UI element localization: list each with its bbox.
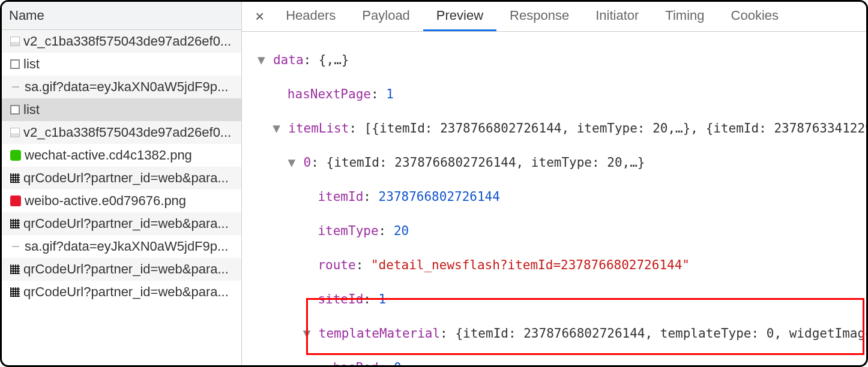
- request-row[interactable]: qrCodeUrl?partner_id=web&para...: [2, 212, 241, 235]
- request-name: sa.gif?data=eyJkaXN0aW5jdF9p...: [25, 239, 228, 254]
- request-row[interactable]: wechat-active.cd4c1382.png: [2, 144, 241, 167]
- dash-icon: [12, 246, 19, 247]
- box-icon: [10, 105, 20, 115]
- network-request-list: Name v2_c1ba338f575043de97ad26ef0...list…: [2, 2, 242, 365]
- detail-tabs: × HeadersPayloadPreviewResponseInitiator…: [242, 2, 866, 32]
- request-row[interactable]: sa.gif?data=eyJkaXN0aW5jdF9p...: [2, 76, 241, 98]
- name-column-header[interactable]: Name: [2, 2, 241, 30]
- request-row[interactable]: list: [2, 98, 241, 121]
- request-name: sa.gif?data=eyJkaXN0aW5jdF9p...: [25, 79, 228, 95]
- request-row[interactable]: qrCodeUrl?partner_id=web&para...: [2, 281, 241, 303]
- tab-initiator[interactable]: Initiator: [582, 2, 652, 31]
- qr-icon: [10, 287, 20, 297]
- request-name: qrCodeUrl?partner_id=web&para...: [23, 216, 229, 231]
- request-row[interactable]: sa.gif?data=eyJkaXN0aW5jdF9p...: [2, 235, 241, 258]
- request-row[interactable]: weibo-active.e0d79676.png: [2, 189, 241, 212]
- tab-payload[interactable]: Payload: [349, 2, 423, 31]
- json-preview[interactable]: ▼ data: {,…} hasNextPage: 1 ▼ itemList: …: [242, 32, 866, 365]
- tab-timing[interactable]: Timing: [652, 2, 717, 31]
- box-icon: [10, 59, 20, 69]
- qr-icon: [10, 219, 20, 228]
- request-row[interactable]: v2_c1ba338f575043de97ad26ef0...: [2, 121, 241, 144]
- request-name: v2_c1ba338f575043de97ad26ef0...: [23, 34, 231, 49]
- request-detail-panel: × HeadersPayloadPreviewResponseInitiator…: [242, 2, 866, 365]
- tab-headers[interactable]: Headers: [273, 2, 349, 31]
- close-icon[interactable]: ×: [247, 2, 273, 31]
- tab-preview[interactable]: Preview: [423, 2, 496, 31]
- qr-icon: [10, 264, 20, 274]
- request-name: list: [23, 56, 40, 72]
- request-row[interactable]: list: [2, 53, 241, 76]
- request-name: qrCodeUrl?partner_id=web&para...: [23, 261, 229, 277]
- img-icon: [10, 128, 20, 137]
- weibo-icon: [10, 195, 21, 206]
- tab-cookies[interactable]: Cookies: [718, 2, 792, 31]
- request-row[interactable]: qrCodeUrl?partner_id=web&para...: [2, 167, 241, 189]
- request-name: qrCodeUrl?partner_id=web&para...: [23, 284, 229, 300]
- tab-response[interactable]: Response: [496, 2, 582, 31]
- request-name: qrCodeUrl?partner_id=web&para...: [23, 170, 229, 186]
- request-row[interactable]: v2_c1ba338f575043de97ad26ef0...: [2, 30, 241, 53]
- request-name: wechat-active.cd4c1382.png: [25, 148, 192, 163]
- dash-icon: [12, 86, 19, 88]
- wechat-icon: [10, 150, 21, 161]
- qr-icon: [10, 173, 20, 183]
- request-name: list: [23, 102, 40, 118]
- img-icon: [10, 37, 20, 46]
- request-row[interactable]: qrCodeUrl?partner_id=web&para...: [2, 258, 241, 281]
- request-name: weibo-active.e0d79676.png: [25, 193, 186, 209]
- request-name: v2_c1ba338f575043de97ad26ef0...: [23, 125, 231, 140]
